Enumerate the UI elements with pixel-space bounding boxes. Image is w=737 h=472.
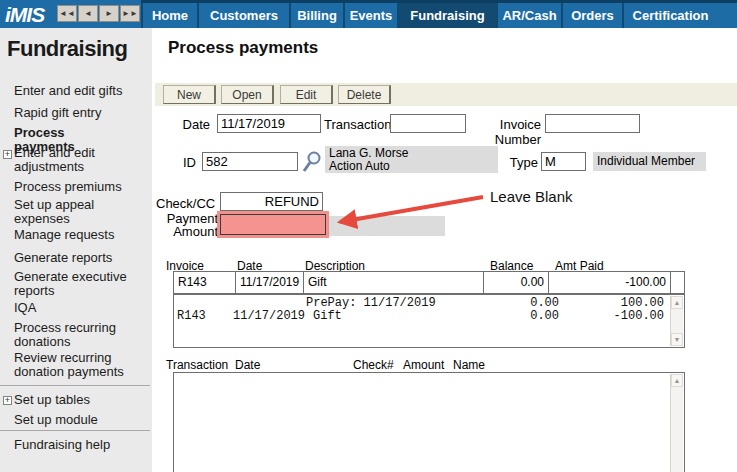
check-cc-label: Check/CC: [156, 196, 214, 211]
invoice-cell[interactable]: R143: [174, 272, 236, 293]
date-col-header: Date: [235, 358, 260, 372]
transaction-list-box[interactable]: ▲: [173, 372, 685, 472]
list-row-description[interactable]: Gift: [313, 309, 342, 323]
list-row-amt-paid[interactable]: -100.00: [614, 309, 664, 323]
type-input[interactable]: [541, 152, 586, 171]
spare-cell: [671, 272, 684, 293]
date-label: Date: [160, 117, 210, 132]
transaction-col-header: Transaction: [166, 358, 228, 372]
scroll-up-icon[interactable]: ▲: [671, 374, 683, 387]
payment-label-line2: Amount: [156, 224, 218, 239]
main-tabs: Home Customers Billing Events Fundraisin…: [141, 3, 717, 28]
expand-plus-icon[interactable]: +: [3, 150, 12, 159]
sidebar-item-generate-executive-reports[interactable]: Generate executive reports: [14, 270, 128, 298]
list-row-description[interactable]: PrePay: 11/17/2019: [306, 296, 436, 310]
sidebar-item-review-recurring-donation-payments[interactable]: Review recurring donation payments: [14, 351, 128, 379]
sidebar-item-process-recurring-donations[interactable]: Process recurring donations: [14, 321, 128, 349]
tab-fundraising[interactable]: Fundraising: [397, 3, 496, 28]
sidebar-divider: [0, 430, 150, 431]
tab-orders[interactable]: Orders: [561, 3, 622, 28]
list-row-balance[interactable]: 0.00: [530, 296, 559, 310]
invoice-edit-row: R143 11/17/2019 Gift 0.00 -100.00: [173, 271, 685, 294]
payment-amount-input[interactable]: [220, 214, 326, 235]
imis-window: iMIS ◄◄ ◄ ► ►► Home Customers Billing Ev…: [0, 0, 737, 472]
name-col-header: Name: [453, 358, 485, 372]
page-title: Process payments: [168, 38, 318, 58]
record-nav-buttons: ◄◄ ◄ ► ►►: [57, 5, 140, 22]
previous-record-icon[interactable]: ◄: [78, 5, 98, 22]
tab-certification[interactable]: Certification: [622, 3, 717, 28]
sidebar-item-iqa[interactable]: IQA: [14, 301, 128, 315]
top-navigation-bar: iMIS ◄◄ ◄ ► ►► Home Customers Billing Ev…: [0, 0, 737, 28]
sidebar-item-rapid-gift-entry[interactable]: Rapid gift entry: [14, 106, 128, 120]
invoice-number-label: Invoice Number: [457, 117, 541, 147]
sidebar-item-enter-and-edit-adjustments[interactable]: Enter and edit adjustments: [14, 146, 128, 174]
main-content: Process payments New Open Edit Delete Da…: [152, 28, 737, 472]
last-record-icon[interactable]: ►►: [120, 5, 140, 22]
open-button[interactable]: Open: [221, 85, 274, 104]
invoice-list-box[interactable]: PrePay: 11/17/2019 0.00 100.00 R143 11/1…: [173, 294, 685, 348]
tab-home[interactable]: Home: [141, 3, 197, 28]
balance-cell[interactable]: 0.00: [484, 272, 549, 293]
expand-plus-icon[interactable]: +: [3, 396, 12, 405]
tab-ar-cash[interactable]: AR/Cash: [496, 3, 561, 28]
description-cell[interactable]: Gift: [304, 272, 484, 293]
sidebar-item-manage-requests[interactable]: Manage requests: [14, 228, 128, 242]
sidebar: Fundraising Enter and edit gifts Rapid g…: [0, 28, 152, 472]
edit-button[interactable]: Edit: [280, 85, 333, 104]
sidebar-item-set-up-appeal-expenses[interactable]: Set up appeal expenses: [14, 198, 128, 226]
type-label: Type: [502, 155, 538, 170]
sidebar-item-process-premiums[interactable]: Process premiums: [14, 180, 128, 194]
customer-name-box: Lana G. Morse Action Auto: [325, 146, 498, 173]
list-row-date[interactable]: 11/17/2019: [233, 309, 305, 323]
customer-company: Action Auto: [329, 160, 494, 173]
scroll-up-icon[interactable]: ▲: [671, 296, 683, 309]
transaction-label: Transaction: [324, 117, 386, 132]
sidebar-divider: [0, 385, 150, 386]
check-cc-input[interactable]: [220, 192, 323, 211]
amt-paid-cell[interactable]: -100.00: [549, 272, 671, 293]
amount-col-header: Amount: [403, 358, 444, 372]
sidebar-item-enter-and-edit-gifts[interactable]: Enter and edit gifts: [14, 84, 128, 98]
list-row-amt-paid[interactable]: 100.00: [621, 296, 664, 310]
sidebar-item-set-up-tables[interactable]: Set up tables: [14, 393, 128, 407]
id-input[interactable]: [202, 152, 298, 171]
lookup-magnifier-icon[interactable]: [302, 150, 322, 177]
date-cell[interactable]: 11/17/2019: [236, 272, 304, 293]
date-input[interactable]: [217, 114, 321, 133]
scroll-down-icon[interactable]: ▼: [671, 333, 683, 346]
sidebar-title: Fundraising: [7, 36, 127, 62]
transaction-scrollbar[interactable]: ▲: [670, 374, 683, 472]
new-button[interactable]: New: [163, 85, 216, 104]
delete-button[interactable]: Delete: [338, 85, 391, 104]
list-row-invoice[interactable]: R143: [177, 309, 206, 323]
first-record-icon[interactable]: ◄◄: [57, 5, 77, 22]
type-description-box: Individual Member: [593, 152, 706, 171]
invoice-number-input[interactable]: [545, 114, 640, 133]
list-row-balance[interactable]: 0.00: [530, 309, 559, 323]
tab-events[interactable]: Events: [343, 3, 397, 28]
leave-blank-annotation: Leave Blank: [490, 188, 573, 205]
id-label: ID: [166, 155, 196, 170]
sidebar-item-fundraising-help[interactable]: Fundraising help: [14, 438, 128, 452]
payment-readonly-strip: [328, 216, 445, 236]
sidebar-item-generate-reports[interactable]: Generate reports: [14, 251, 128, 265]
next-record-icon[interactable]: ►: [99, 5, 119, 22]
imis-logo: iMIS: [5, 3, 44, 27]
invoice-scrollbar[interactable]: ▲ ▼: [670, 296, 683, 346]
sidebar-item-set-up-module[interactable]: Set up module: [14, 413, 128, 427]
transaction-input[interactable]: [390, 114, 466, 133]
check-number-col-header: Check#: [353, 358, 394, 372]
tab-customers[interactable]: Customers: [197, 3, 289, 28]
tab-billing[interactable]: Billing: [289, 3, 343, 28]
